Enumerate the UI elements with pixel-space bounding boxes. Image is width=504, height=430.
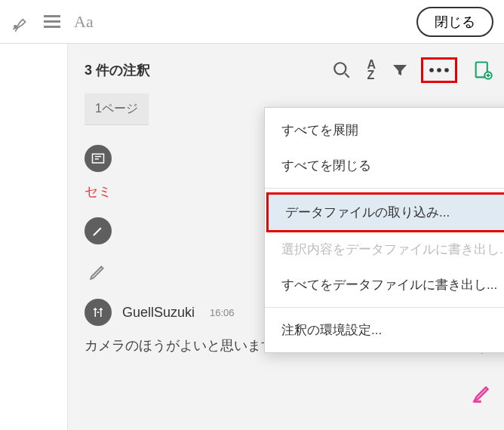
filter-icon[interactable] — [391, 61, 409, 79]
top-toolbar: Aa 閉じる — [0, 0, 504, 44]
pencil-annotation-icon — [85, 217, 112, 244]
left-sidebar — [0, 44, 68, 430]
svg-point-4 — [444, 68, 449, 72]
menu-import-data[interactable]: データファイルの取り込み... — [266, 192, 504, 232]
menu-icon[interactable] — [44, 15, 60, 28]
replace-text-icon — [85, 299, 112, 326]
panel-title: 3 件の注釈 — [85, 61, 150, 79]
menu-collapse-all[interactable]: すべてを閉じる — [265, 148, 504, 183]
menu-import-data-label: データファイルの取り込み... — [285, 205, 450, 220]
close-button[interactable]: 閉じる — [416, 7, 493, 37]
comment-time: 16:06 — [210, 307, 235, 318]
more-options-button[interactable] — [421, 57, 457, 83]
font-tool[interactable]: Aa — [74, 12, 94, 32]
page-label: 1ページ — [85, 94, 149, 125]
comment-author: GuellSuzuki — [122, 305, 195, 321]
svg-point-1 — [335, 63, 346, 74]
more-options-menu: すべてを展開 すべてを閉じる データファイルの取り込み... 選択内容をデータフ… — [264, 107, 504, 353]
menu-export-all[interactable]: すべてをデータファイルに書き出し... — [265, 267, 504, 303]
highlight-icon[interactable] — [471, 382, 493, 407]
svg-point-0 — [14, 25, 17, 27]
ink-pen-icon[interactable] — [11, 12, 30, 32]
menu-preferences[interactable]: 注釈の環境設定... — [265, 312, 504, 348]
svg-point-3 — [437, 68, 441, 72]
page-comment-icon[interactable] — [472, 60, 493, 81]
sort-icon[interactable]: AZ — [367, 60, 376, 81]
menu-export-selected: 選択内容をデータファイルに書き出し... — [265, 232, 504, 267]
svg-point-2 — [429, 68, 434, 72]
svg-rect-7 — [93, 154, 104, 163]
search-icon[interactable] — [332, 60, 352, 80]
textbox-annotation-icon — [85, 145, 112, 172]
pencil-outline-icon — [85, 258, 112, 285]
menu-expand-all[interactable]: すべてを展開 — [265, 112, 504, 148]
comments-pane: 3 件の注釈 AZ — [68, 44, 504, 430]
